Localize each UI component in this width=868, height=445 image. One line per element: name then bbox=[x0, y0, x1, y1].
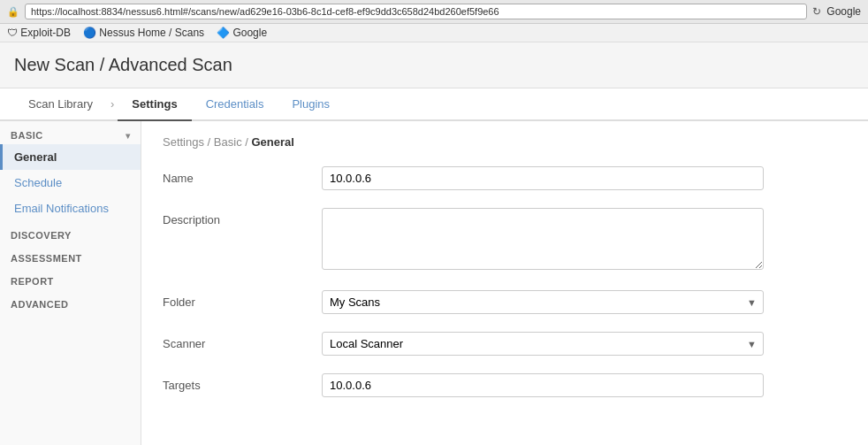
name-field-wrapper bbox=[322, 166, 764, 190]
name-row: Name bbox=[163, 166, 847, 190]
sidebar-section-discovery[interactable]: DISCOVERY bbox=[0, 221, 141, 244]
tab-settings[interactable]: Settings bbox=[118, 88, 191, 121]
description-label: Description bbox=[163, 208, 322, 226]
bookmark-google[interactable]: 🔷 Google bbox=[217, 27, 267, 39]
sidebar-section-report[interactable]: REPORT bbox=[0, 267, 141, 290]
lock-icon: 🔒 bbox=[7, 6, 19, 18]
sidebar-section-discovery-label: DISCOVERY bbox=[11, 230, 72, 241]
folder-label: Folder bbox=[163, 290, 322, 309]
bookmark-exploitdb[interactable]: 🛡 Exploit-DB bbox=[7, 27, 71, 39]
sidebar: BASIC ▾ General Schedule Email Notificat… bbox=[0, 121, 141, 445]
url-bar[interactable] bbox=[25, 4, 807, 19]
bookmark-nessus[interactable]: 🔵 Nessus Home / Scans bbox=[83, 27, 204, 39]
tabs-bar: Scan Library › Settings Credentials Plug… bbox=[0, 88, 868, 121]
content-area: Settings / Basic / General Name Descript… bbox=[141, 121, 868, 445]
targets-input[interactable] bbox=[322, 373, 764, 397]
breadcrumb-sep1: / bbox=[208, 135, 214, 149]
settings-form: Name Description Folder My Scans bbox=[163, 166, 847, 397]
sidebar-item-schedule[interactable]: Schedule bbox=[0, 170, 141, 196]
description-field-wrapper bbox=[322, 208, 764, 272]
targets-row: Targets bbox=[163, 373, 847, 397]
scanner-label: Scanner bbox=[163, 332, 322, 350]
description-input[interactable] bbox=[322, 208, 764, 270]
content-breadcrumb: Settings / Basic / General bbox=[163, 135, 847, 149]
chevron-down-icon: ▾ bbox=[126, 131, 131, 141]
folder-select-wrapper: My Scans Trash ▼ bbox=[322, 290, 764, 314]
bookmarks-bar: 🛡 Exploit-DB 🔵 Nessus Home / Scans 🔷 Goo… bbox=[0, 24, 868, 42]
description-row: Description bbox=[163, 208, 847, 272]
name-input[interactable] bbox=[322, 166, 764, 190]
sidebar-section-advanced[interactable]: ADVANCED bbox=[0, 290, 141, 313]
folder-row: Folder My Scans Trash ▼ bbox=[163, 290, 847, 314]
targets-field-wrapper bbox=[322, 373, 764, 397]
folder-field-wrapper: My Scans Trash ▼ bbox=[322, 290, 764, 314]
sidebar-section-assessment-label: ASSESSMENT bbox=[11, 253, 82, 264]
google-search-label: Google bbox=[826, 5, 861, 18]
tab-scan-library[interactable]: Scan Library bbox=[14, 88, 107, 121]
breadcrumb-settings: Settings bbox=[163, 135, 204, 149]
scanner-select[interactable]: Local Scanner bbox=[322, 332, 764, 356]
folder-select[interactable]: My Scans Trash bbox=[322, 290, 764, 314]
scanner-row: Scanner Local Scanner ▼ bbox=[163, 332, 847, 356]
tab-credentials[interactable]: Credentials bbox=[192, 88, 278, 121]
sidebar-section-report-label: REPORT bbox=[11, 276, 54, 287]
sidebar-item-general[interactable]: General bbox=[0, 144, 141, 170]
targets-label: Targets bbox=[163, 373, 322, 392]
breadcrumb-basic: Basic bbox=[214, 135, 242, 149]
sidebar-section-basic[interactable]: BASIC ▾ bbox=[0, 121, 141, 144]
sidebar-item-email-notifications[interactable]: Email Notifications bbox=[0, 196, 141, 221]
page-title: New Scan / Advanced Scan bbox=[14, 55, 854, 75]
refresh-button[interactable]: ↻ bbox=[812, 5, 821, 18]
scanner-field-wrapper: Local Scanner ▼ bbox=[322, 332, 764, 356]
sidebar-section-assessment[interactable]: ASSESSMENT bbox=[0, 244, 141, 267]
sidebar-section-advanced-label: ADVANCED bbox=[11, 299, 69, 310]
breadcrumb-current: General bbox=[252, 135, 294, 149]
browser-bar: 🔒 ↻ Google bbox=[0, 0, 868, 24]
page-header: New Scan / Advanced Scan bbox=[0, 42, 868, 88]
sidebar-section-basic-label: BASIC bbox=[11, 130, 43, 141]
tab-plugins[interactable]: Plugins bbox=[278, 88, 344, 121]
main-layout: BASIC ▾ General Schedule Email Notificat… bbox=[0, 121, 868, 445]
scanner-select-wrapper: Local Scanner ▼ bbox=[322, 332, 764, 356]
name-label: Name bbox=[163, 166, 322, 185]
breadcrumb-sep2: / bbox=[245, 135, 251, 149]
